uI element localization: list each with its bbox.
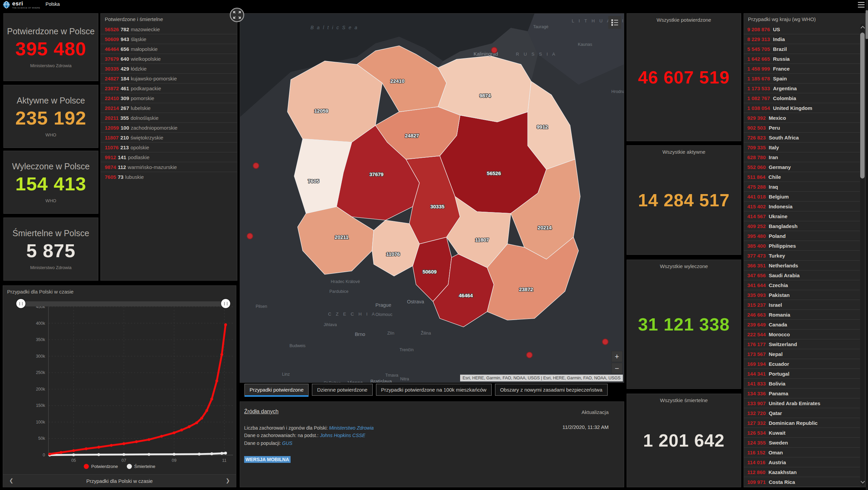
list-item[interactable]: 11807 210 świętokrzyskie [101, 132, 237, 142]
list-item[interactable]: 902 503 Peru [744, 122, 860, 132]
list-item[interactable]: 114 016 Austria [744, 457, 860, 467]
list-item[interactable]: 414 567 Ukraine [744, 211, 860, 221]
list-item[interactable]: 124 355 Sweden [744, 437, 860, 447]
list-item[interactable]: 134 336 Panama [744, 388, 860, 398]
expand-icon[interactable] [229, 7, 245, 23]
source-link[interactable]: Johns Hopkins CSSE [320, 433, 365, 438]
case-marker[interactable] [527, 352, 532, 358]
map-panel[interactable]: 5652650609464643767930335248272387222410… [240, 13, 624, 383]
menu-icon[interactable] [858, 2, 865, 7]
list-item[interactable]: 1 173 533 Argentina [744, 83, 860, 93]
list-item[interactable]: 385 400 Philippines [744, 241, 860, 250]
legend-item[interactable]: Śmiertelne [127, 464, 155, 469]
list-item[interactable]: 176 177 Switzerland [744, 339, 860, 349]
list-item[interactable]: 552 060 Germany [744, 162, 860, 172]
list-item[interactable]: 127 332 Dominican Republic [744, 418, 860, 428]
list-item[interactable]: 1 082 767 Colombia [744, 93, 860, 103]
chevron-up-icon[interactable] [861, 26, 865, 30]
list-item[interactable]: 1 458 999 France [744, 63, 860, 73]
source-link[interactable]: Ministerstwo Zdrowia [329, 425, 374, 431]
scrollbar-thumb[interactable] [860, 33, 865, 178]
case-marker[interactable] [603, 339, 608, 345]
esri-logo[interactable]: esri THE SCIENCE OF WHERE Polska [3, 1, 60, 9]
list-item[interactable]: 395 480 Poland [744, 231, 860, 241]
list-item[interactable]: 20211 355 dolnośląskie [101, 113, 237, 122]
list-item[interactable]: 709 335 Italy [744, 142, 860, 152]
list-item[interactable]: 366 351 Netherlands [744, 260, 860, 270]
list-item[interactable]: 7605 73 lubuskie [101, 172, 237, 182]
list-item[interactable]: 1 642 665 Russia [744, 54, 860, 63]
list-item[interactable]: 20214 267 lubelskie [101, 103, 237, 113]
list-item[interactable]: 109 971 Costa Rica [744, 477, 860, 487]
list-item[interactable]: 173 567 Nepal [744, 349, 860, 359]
zoom-out-button[interactable]: − [611, 363, 623, 374]
list-item[interactable]: 46464 656 małopolskie [101, 44, 237, 54]
list-item[interactable]: 112 860 Kazakhstan [744, 467, 860, 477]
list-item[interactable]: 341 644 Czechia [744, 280, 860, 290]
poland-choropleth-map[interactable]: 5652650609464643767930335248272387222410… [240, 14, 624, 382]
source-link[interactable]: GUS [282, 440, 292, 446]
slider-handle-right[interactable] [221, 299, 230, 308]
list-item[interactable]: 9 208 876 US [744, 24, 860, 34]
chevron-down-icon[interactable] [861, 479, 865, 484]
list-item[interactable]: 726 823 South Africa [744, 132, 860, 142]
list-item[interactable]: 9874 112 warmińsko-mazurskie [101, 162, 237, 172]
list-item[interactable]: 8 229 313 India [744, 34, 860, 44]
list-item[interactable]: 23872 461 podkarpackie [101, 83, 237, 93]
map-tab[interactable]: Obszary z nowymi zasadami bezpieczeństwa [495, 384, 608, 396]
list-item[interactable]: 24827 184 kujawsko-pomorskie [101, 73, 237, 83]
list-item[interactable]: 222 544 Morocco [744, 329, 860, 339]
list-item[interactable]: 628 780 Iran [744, 152, 860, 162]
list-item[interactable]: 315 237 Israel [744, 300, 860, 309]
list-item[interactable]: 56526 782 mazowieckie [101, 24, 237, 34]
list-item[interactable]: 30335 429 łódzkie [101, 63, 237, 73]
zoom-in-button[interactable]: + [611, 351, 623, 362]
list-item[interactable]: 929 392 Mexico [744, 113, 860, 122]
case-marker[interactable] [491, 47, 497, 53]
list-item[interactable]: 246 663 Romania [744, 309, 860, 319]
country-list-scrollbar[interactable] [860, 24, 865, 486]
list-item[interactable]: 132 720 Qatar [744, 408, 860, 418]
layer-list-icon[interactable] [608, 16, 621, 29]
list-item[interactable]: 126 534 Kuwait [744, 428, 860, 437]
list-item[interactable]: 37679 640 wielkopolskie [101, 54, 237, 63]
list-item[interactable]: 415 402 Indonesia [744, 201, 860, 211]
page-scrollbar[interactable] [866, 0, 868, 490]
map-tab[interactable]: Przypadki potwierdzone na 100k mieszkańc… [376, 384, 492, 396]
list-item[interactable]: 239 649 Canada [744, 319, 860, 329]
list-item[interactable]: 409 252 Bangladesh [744, 221, 860, 231]
list-item[interactable]: 347 656 Saudi Arabia [744, 270, 860, 280]
chevron-right-icon[interactable]: ❯ [225, 477, 230, 484]
list-item[interactable]: 377 473 Turkey [744, 250, 860, 260]
list-item[interactable]: 9912 141 podlaskie [101, 152, 237, 162]
case-marker[interactable] [247, 233, 253, 239]
map-region[interactable] [438, 56, 531, 122]
list-item[interactable]: 108 104 Guatemala [744, 487, 860, 487]
list-item[interactable]: 133 907 United Arab Emirates [744, 398, 860, 408]
legend-item[interactable]: Potwierdzone [84, 464, 118, 469]
list-item[interactable]: 12059 100 zachodniopomorskie [101, 122, 237, 132]
list-item[interactable]: 11076 213 opolskie [101, 142, 237, 152]
list-item[interactable]: 22410 309 pomorskie [101, 93, 237, 103]
case-marker[interactable] [253, 163, 259, 169]
list-item[interactable]: 1 038 054 United Kingdom [744, 103, 860, 113]
map-region[interactable] [288, 61, 382, 143]
chevron-left-icon[interactable]: ❮ [9, 477, 14, 484]
mobile-version-link[interactable]: WERSJA MOBILNA [244, 456, 291, 463]
list-item[interactable]: 511 864 Chile [744, 172, 860, 182]
list-item[interactable]: 169 194 Ecuador [744, 359, 860, 369]
list-item[interactable]: 335 093 Pakistan [744, 290, 860, 300]
list-item[interactable]: 141 833 Bolivia [744, 378, 860, 388]
list-item[interactable]: 441 018 Belgium [744, 191, 860, 201]
list-item[interactable]: 144 341 Portugal [744, 369, 860, 378]
time-range-slider[interactable] [21, 301, 226, 306]
map-tab[interactable]: Dzienne potwierdzone [312, 384, 372, 396]
list-item[interactable]: 5 545 705 Brazil [744, 44, 860, 54]
list-item[interactable]: 475 288 Iraq [744, 182, 860, 191]
list-item[interactable]: 116 152 Oman [744, 447, 860, 457]
page-scrollbar-thumb[interactable] [866, 10, 868, 39]
slider-handle-left[interactable] [16, 299, 25, 308]
list-item[interactable]: 1 185 678 Spain [744, 73, 860, 83]
list-item[interactable]: 50609 943 śląskie [101, 34, 237, 44]
map-tab[interactable]: Przypadki potwierdzone [244, 384, 309, 397]
